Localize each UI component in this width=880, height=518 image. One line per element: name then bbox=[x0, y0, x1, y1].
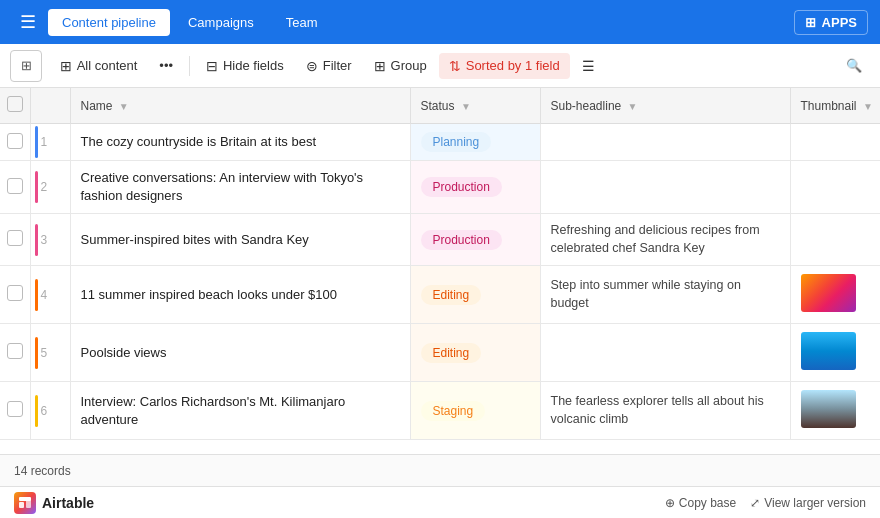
hide-fields-button[interactable]: ⊟ Hide fields bbox=[196, 53, 294, 79]
table-row[interactable]: 5 Poolside viewsEditing bbox=[0, 324, 880, 382]
subheadline-sort-icon: ▼ bbox=[628, 101, 638, 112]
status-badge: Planning bbox=[421, 132, 492, 152]
sort-icon: ⇅ bbox=[449, 58, 461, 74]
row-number-cell: 6 bbox=[30, 382, 70, 440]
sort-button[interactable]: ⇅ Sorted by 1 field bbox=[439, 53, 570, 79]
row-name-cell[interactable]: 11 summer inspired beach looks under $10… bbox=[70, 266, 410, 324]
row-subheadline-cell bbox=[540, 124, 790, 161]
apps-label: APPS bbox=[822, 15, 857, 30]
table-row[interactable]: 2 Creative conversations: An interview w… bbox=[0, 161, 880, 214]
group-button[interactable]: ⊞ Group bbox=[364, 53, 437, 79]
thumbnail-column-header[interactable]: Thumbnail ▼ bbox=[790, 88, 880, 124]
row-status-cell[interactable]: Production bbox=[410, 161, 540, 214]
row-number: 1 bbox=[41, 135, 48, 149]
row-thumbnail-cell bbox=[790, 214, 880, 266]
nav-tab-team[interactable]: Team bbox=[272, 9, 332, 36]
row-color-indicator bbox=[35, 337, 38, 369]
status-badge: Production bbox=[421, 230, 502, 250]
hamburger-icon[interactable]: ☰ bbox=[12, 7, 44, 37]
row-name-cell[interactable]: Interview: Carlos Richardson's Mt. Kilim… bbox=[70, 382, 410, 440]
row-number: 2 bbox=[41, 180, 48, 194]
row-color-indicator bbox=[35, 171, 38, 203]
row-thumbnail-cell bbox=[790, 382, 880, 440]
row-number-header bbox=[30, 88, 70, 124]
grid-view-icon: ⊞ bbox=[60, 58, 72, 74]
row-name-cell[interactable]: The cozy countryside is Britain at its b… bbox=[70, 124, 410, 161]
row-name-text: Creative conversations: An interview wit… bbox=[81, 170, 364, 203]
row-height-button[interactable]: ☰ bbox=[572, 53, 605, 79]
row-name-cell[interactable]: Summer-inspired bites with Sandra Key bbox=[70, 214, 410, 266]
sidebar-toggle-icon: ⊞ bbox=[21, 58, 32, 73]
status-column-header[interactable]: Status ▼ bbox=[410, 88, 540, 124]
row-height-icon: ☰ bbox=[582, 58, 595, 74]
name-header-label: Name bbox=[81, 99, 113, 113]
row-status-cell[interactable]: Staging bbox=[410, 382, 540, 440]
row-subheadline-text: The fearless explorer tells all about hi… bbox=[551, 394, 764, 426]
row-thumbnail-cell bbox=[790, 266, 880, 324]
search-button[interactable]: 🔍 bbox=[838, 50, 870, 82]
subheadline-column-header[interactable]: Sub-headline ▼ bbox=[540, 88, 790, 124]
table-row[interactable]: 1 The cozy countryside is Britain at its… bbox=[0, 124, 880, 161]
status-badge: Staging bbox=[421, 401, 486, 421]
select-all-header[interactable] bbox=[0, 88, 30, 124]
row-name-text: Poolside views bbox=[81, 345, 167, 360]
row-color-indicator bbox=[35, 224, 38, 256]
table-body: 1 The cozy countryside is Britain at its… bbox=[0, 124, 880, 440]
more-views-icon: ••• bbox=[159, 58, 173, 73]
status-badge: Editing bbox=[421, 343, 482, 363]
row-checkbox-cell[interactable] bbox=[0, 124, 30, 161]
row-name-cell[interactable]: Creative conversations: An interview wit… bbox=[70, 161, 410, 214]
name-sort-icon: ▼ bbox=[119, 101, 129, 112]
table-row[interactable]: 6 Interview: Carlos Richardson's Mt. Kil… bbox=[0, 382, 880, 440]
table-row[interactable]: 4 11 summer inspired beach looks under $… bbox=[0, 266, 880, 324]
row-checkbox[interactable] bbox=[7, 133, 23, 149]
status-badge: Editing bbox=[421, 285, 482, 305]
row-status-cell[interactable]: Editing bbox=[410, 266, 540, 324]
row-number: 6 bbox=[41, 404, 48, 418]
row-status-cell[interactable]: Editing bbox=[410, 324, 540, 382]
more-views-button[interactable]: ••• bbox=[149, 53, 183, 78]
row-checkbox-cell[interactable] bbox=[0, 266, 30, 324]
row-thumbnail-cell bbox=[790, 124, 880, 161]
table-row[interactable]: 3 Summer-inspired bites with Sandra KeyP… bbox=[0, 214, 880, 266]
all-content-view-button[interactable]: ⊞ All content bbox=[50, 53, 148, 79]
row-checkbox-cell[interactable] bbox=[0, 324, 30, 382]
thumbnail-image bbox=[801, 390, 856, 428]
hide-fields-icon: ⊟ bbox=[206, 58, 218, 74]
sidebar-toggle-button[interactable]: ⊞ bbox=[10, 50, 42, 82]
nav-tab-content-pipeline[interactable]: Content pipeline bbox=[48, 9, 170, 36]
row-name-text: Summer-inspired bites with Sandra Key bbox=[81, 232, 309, 247]
status-bar: 14 records bbox=[0, 454, 880, 486]
row-checkbox-cell[interactable] bbox=[0, 161, 30, 214]
row-checkbox-cell[interactable] bbox=[0, 214, 30, 266]
row-checkbox[interactable] bbox=[7, 401, 23, 417]
row-status-cell[interactable]: Planning bbox=[410, 124, 540, 161]
row-subheadline-cell: The fearless explorer tells all about hi… bbox=[540, 382, 790, 440]
row-name-cell[interactable]: Poolside views bbox=[70, 324, 410, 382]
row-status-cell[interactable]: Production bbox=[410, 214, 540, 266]
status-header-label: Status bbox=[421, 99, 455, 113]
thumbnail-header-label: Thumbnail bbox=[801, 99, 857, 113]
view-larger-button[interactable]: ⤢ View larger version bbox=[750, 496, 866, 510]
row-checkbox[interactable] bbox=[7, 285, 23, 301]
row-checkbox-cell[interactable] bbox=[0, 382, 30, 440]
row-color-indicator bbox=[35, 279, 38, 311]
filter-button[interactable]: ⊜ Filter bbox=[296, 53, 362, 79]
row-checkbox[interactable] bbox=[7, 230, 23, 246]
row-checkbox[interactable] bbox=[7, 178, 23, 194]
row-number: 5 bbox=[41, 346, 48, 360]
row-number-cell: 2 bbox=[30, 161, 70, 214]
name-column-header[interactable]: Name ▼ bbox=[70, 88, 410, 124]
nav-tab-campaigns[interactable]: Campaigns bbox=[174, 9, 268, 36]
row-number-cell: 1 bbox=[30, 124, 70, 161]
thumbnail-image bbox=[801, 274, 856, 312]
row-name-text: 11 summer inspired beach looks under $10… bbox=[81, 287, 338, 302]
row-checkbox[interactable] bbox=[7, 343, 23, 359]
select-all-checkbox[interactable] bbox=[7, 96, 23, 112]
footer-actions: ⊕ Copy base ⤢ View larger version bbox=[665, 496, 866, 510]
copy-base-button[interactable]: ⊕ Copy base bbox=[665, 496, 736, 510]
airtable-logo: Airtable bbox=[14, 492, 94, 514]
copy-base-icon: ⊕ bbox=[665, 496, 675, 510]
row-subheadline-cell: Step into summer while staying on budget bbox=[540, 266, 790, 324]
apps-button[interactable]: ⊞ APPS bbox=[794, 10, 868, 35]
